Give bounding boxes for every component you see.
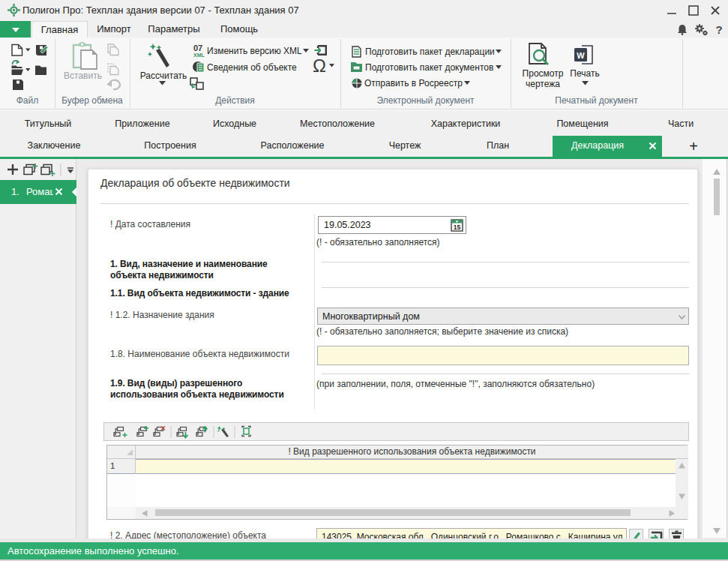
svg-text:XML: XML [193,52,205,58]
svg-text:15: 15 [454,224,461,231]
svg-text:?: ? [715,23,722,36]
svg-text:Ω: Ω [313,58,326,74]
svg-text:W: W [577,51,585,60]
svg-text:07: 07 [193,44,202,52]
